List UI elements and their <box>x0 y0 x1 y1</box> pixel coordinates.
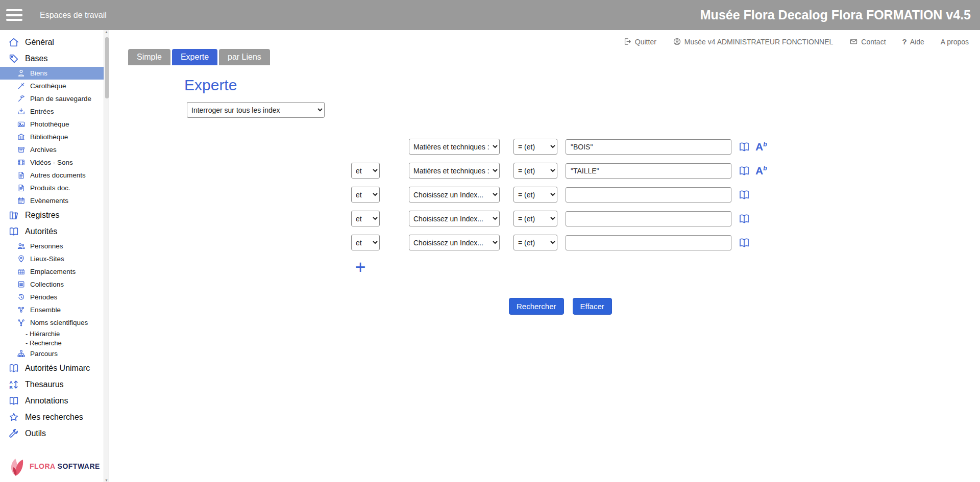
sidebar-item-mes-recherches[interactable]: Mes recherches <box>0 409 104 425</box>
menu-icon[interactable] <box>6 8 27 23</box>
index-select[interactable]: Choisissez un Index... <box>409 187 500 202</box>
sidebar-item-evenements[interactable]: Evènements <box>0 194 104 207</box>
sidebar-item-label: Produits doc. <box>30 184 70 192</box>
search-button[interactable]: Rechercher <box>509 298 564 315</box>
query-value-input[interactable] <box>566 235 731 250</box>
sidebar-item-hierarchie[interactable]: - Hiérarchie <box>0 329 104 338</box>
help-link[interactable]: ? Aide <box>902 37 924 46</box>
index-select[interactable]: Choisissez un Index... <box>409 235 500 250</box>
sidebar-item-registres[interactable]: Registres <box>0 207 104 223</box>
logo-text: FLORA SOFTWARE <box>30 462 100 470</box>
workspace-label: Espaces de travail <box>40 11 107 20</box>
index-lookup-icon[interactable] <box>738 189 751 201</box>
quit-link[interactable]: Quitter <box>623 37 656 46</box>
comparison-select[interactable]: = (et) <box>513 139 557 155</box>
page-title: Experte <box>184 77 980 94</box>
sidebar-item-label: Ensemble <box>30 306 61 314</box>
index-lookup-icon[interactable] <box>738 237 751 249</box>
query-value-input[interactable] <box>566 163 731 179</box>
expert-query-form: Matières et techniques : = (et) Ab et Ma… <box>109 138 980 315</box>
sidebar-item-label: Archives <box>30 146 57 154</box>
sidebar-item-label: Thesaurus <box>25 380 64 389</box>
sidebar-item-carotheque[interactable]: Carothèque <box>0 80 104 92</box>
index-lookup-icon[interactable] <box>738 213 751 225</box>
sidebar-item-parcours[interactable]: Parcours <box>0 347 104 360</box>
sidebar-item-outils[interactable]: Outils <box>0 425 104 442</box>
sidebar-item-label: Noms scientifiques <box>30 319 88 326</box>
current-user[interactable]: Musée v4 ADMINISTRATEUR FONCTIONNEL <box>673 37 833 46</box>
sidebar-item-bibliotheque[interactable]: Bibliothèque <box>0 131 104 143</box>
sidebar-item-label: Collections <box>30 281 64 288</box>
index-select[interactable]: Choisissez un Index... <box>409 211 500 226</box>
bool-operator-select[interactable]: et <box>351 235 380 250</box>
bool-operator-select[interactable]: et <box>351 163 380 179</box>
sidebar-item-phototheque[interactable]: Photothèque <box>0 118 104 131</box>
tab-par-liens[interactable]: par Liens <box>219 49 270 65</box>
index-select[interactable]: Matières et techniques : <box>409 139 500 155</box>
tab-experte[interactable]: Experte <box>172 49 217 65</box>
sidebar-item-label: Biens <box>30 69 47 77</box>
corer-icon <box>17 82 26 90</box>
bool-operator-select[interactable]: et <box>351 211 380 226</box>
clear-button[interactable]: Effacer <box>573 298 612 315</box>
sidebar-item-recherche[interactable]: - Recherche <box>0 338 104 347</box>
sidebar-item-thesaurus[interactable]: Thesaurus <box>0 376 104 393</box>
sidebar-item-annotations[interactable]: Annotations <box>0 393 104 409</box>
comparison-select[interactable]: = (et) <box>513 235 557 250</box>
about-link[interactable]: A propos <box>941 38 969 46</box>
sidebar-item-archives[interactable]: Archives <box>0 143 104 156</box>
sidebar-item-label: Emplacements <box>30 268 76 275</box>
query-row: et Choisissez un Index... = (et) <box>109 186 980 203</box>
sidebar: Général Bases Biens Carothèque Plan de s… <box>0 30 109 482</box>
add-criterion-icon[interactable]: + <box>353 258 368 276</box>
case-sensitivity-icon[interactable]: Ab <box>755 165 767 176</box>
sidebar-item-videos-sons[interactable]: Vidéos - Sons <box>0 156 104 169</box>
bool-operator-select[interactable]: et <box>351 187 380 202</box>
comparison-select[interactable]: = (et) <box>513 211 557 226</box>
case-sensitivity-icon[interactable]: Ab <box>755 141 767 152</box>
people-icon <box>17 242 26 250</box>
scrollbar-thumb[interactable] <box>105 37 109 98</box>
scroll-up-icon[interactable]: ▲ <box>105 30 108 34</box>
molecule-icon <box>17 318 26 327</box>
contact-link[interactable]: Contact <box>849 37 886 46</box>
comparison-select[interactable]: = (et) <box>513 163 557 179</box>
sidebar-item-lieux-sites[interactable]: Lieux-Sites <box>0 252 104 265</box>
sidebar-item-entrees[interactable]: Entrées <box>0 105 104 118</box>
sidebar-item-label: Lieux-Sites <box>30 255 64 263</box>
sidebar-item-produits-doc[interactable]: Produits doc. <box>0 182 104 194</box>
main-content: Quitter Musée v4 ADMINISTRATEUR FONCTION… <box>109 30 980 482</box>
help-icon: ? <box>902 37 907 46</box>
sidebar-item-label: Parcours <box>30 350 58 358</box>
sidebar-item-label: Registres <box>25 211 60 220</box>
index-lookup-icon[interactable] <box>738 165 751 177</box>
query-value-input[interactable] <box>566 139 731 155</box>
open-book-icon <box>8 363 19 374</box>
sidebar-scrollbar[interactable]: ▲ ▼ <box>104 30 109 482</box>
sidebar-item-label: Personnes <box>30 242 63 250</box>
sidebar-item-bases[interactable]: Bases <box>0 50 104 67</box>
index-select[interactable]: Matières et techniques : <box>409 163 500 179</box>
sidebar-item-label: Autorités Unimarc <box>25 364 90 373</box>
sidebar-item-periodes[interactable]: Périodes <box>0 291 104 303</box>
sidebar-item-ensemble[interactable]: Ensemble <box>0 303 104 316</box>
sidebar-item-label: Autorités <box>25 227 57 236</box>
sidebar-item-biens[interactable]: Biens <box>0 67 104 80</box>
index-scope-select[interactable]: Interroger sur tous les index <box>187 102 325 118</box>
index-lookup-icon[interactable] <box>738 141 751 153</box>
sidebar-item-plan-de-sauvegarde[interactable]: Plan de sauvegarde <box>0 92 104 105</box>
sidebar-item-emplacements[interactable]: Emplacements <box>0 265 104 278</box>
sidebar-item-personnes[interactable]: Personnes <box>0 240 104 252</box>
comparison-select[interactable]: = (et) <box>513 187 557 202</box>
sidebar-item-autorites[interactable]: Autorités <box>0 223 104 240</box>
query-value-input[interactable] <box>566 187 731 202</box>
sidebar-item-autorites-unimarc[interactable]: Autorités Unimarc <box>0 360 104 376</box>
sidebar-item-general[interactable]: Général <box>0 34 104 50</box>
scroll-down-icon[interactable]: ▼ <box>105 478 108 482</box>
query-row: Matières et techniques : = (et) Ab <box>109 138 980 155</box>
sidebar-item-autres-documents[interactable]: Autres documents <box>0 169 104 182</box>
tab-simple[interactable]: Simple <box>128 49 170 65</box>
query-value-input[interactable] <box>566 211 731 226</box>
sidebar-item-collections[interactable]: Collections <box>0 278 104 291</box>
sidebar-item-noms-scientifiques[interactable]: Noms scientifiques <box>0 316 104 329</box>
